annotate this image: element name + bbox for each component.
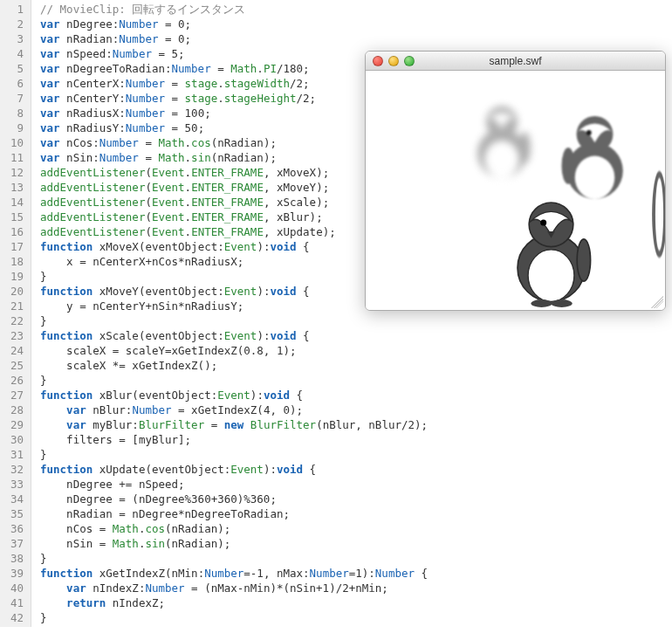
line-number: 19 bbox=[3, 269, 24, 284]
line-number: 42 bbox=[3, 610, 24, 625]
line-number: 2 bbox=[3, 17, 24, 31]
line-number: 37 bbox=[3, 536, 24, 551]
svg-point-10 bbox=[655, 178, 663, 251]
line-number: 12 bbox=[3, 165, 24, 180]
penguin-mid-icon bbox=[553, 106, 636, 206]
line-number: 3 bbox=[3, 31, 24, 46]
code-line[interactable]: return nIndexZ; bbox=[40, 595, 428, 610]
line-number: 40 bbox=[3, 581, 24, 595]
line-number: 36 bbox=[3, 521, 24, 536]
code-line[interactable]: filters = [myBlur]; bbox=[40, 432, 428, 447]
window-controls bbox=[366, 56, 415, 66]
line-number: 29 bbox=[3, 417, 24, 432]
svg-point-14 bbox=[577, 239, 590, 281]
line-number: 31 bbox=[3, 447, 24, 462]
code-line[interactable]: function xBlur(eventObject:Event):void { bbox=[40, 388, 428, 403]
code-line[interactable]: var nRadian:Number = 0; bbox=[40, 31, 428, 46]
line-number: 34 bbox=[3, 492, 24, 506]
line-number: 25 bbox=[3, 358, 24, 373]
line-number: 8 bbox=[3, 106, 24, 120]
code-line[interactable]: } bbox=[40, 551, 428, 566]
code-line[interactable]: var nDegree:Number = 0; bbox=[40, 17, 428, 31]
code-line[interactable]: } bbox=[40, 313, 428, 328]
line-number: 15 bbox=[3, 210, 24, 224]
line-number: 35 bbox=[3, 506, 24, 521]
line-number: 6 bbox=[3, 76, 24, 91]
line-number: 17 bbox=[3, 239, 24, 254]
line-number: 16 bbox=[3, 224, 24, 239]
line-number: 39 bbox=[3, 566, 24, 581]
swf-window[interactable]: sample.swf bbox=[365, 51, 666, 311]
code-line[interactable]: function xScale(eventObject:Event):void … bbox=[40, 328, 428, 343]
code-line[interactable]: var myBlur:BlurFilter = new BlurFilter(n… bbox=[40, 417, 428, 432]
line-number: 13 bbox=[3, 180, 24, 195]
code-line[interactable]: nSin = Math.sin(nRadian); bbox=[40, 536, 428, 551]
line-number: 24 bbox=[3, 343, 24, 358]
code-line[interactable]: } bbox=[40, 447, 428, 462]
code-line[interactable]: nDegree = (nDegree%360+360)%360; bbox=[40, 492, 428, 506]
line-number: 7 bbox=[3, 91, 24, 106]
line-number: 23 bbox=[3, 328, 24, 343]
penguin-back-icon bbox=[466, 97, 538, 184]
code-line[interactable]: scaleX = scaleY=xGetIndexZ(0.8, 1); bbox=[40, 343, 428, 358]
swf-titlebar[interactable]: sample.swf bbox=[366, 52, 665, 71]
svg-point-8 bbox=[586, 130, 592, 135]
swf-stage bbox=[366, 71, 665, 310]
penguin-side-icon bbox=[650, 145, 666, 267]
line-number: 30 bbox=[3, 432, 24, 447]
svg-point-15 bbox=[540, 220, 546, 226]
svg-point-3 bbox=[519, 132, 531, 163]
line-number-gutter: 1234567891011121314151617181920212223242… bbox=[0, 0, 31, 627]
line-number: 32 bbox=[3, 462, 24, 477]
line-number: 21 bbox=[3, 299, 24, 313]
code-line[interactable]: function xGetIndexZ(nMin:Number=-1, nMax… bbox=[40, 566, 428, 581]
resize-grip-icon[interactable] bbox=[651, 296, 663, 308]
svg-point-7 bbox=[562, 148, 575, 184]
code-line[interactable]: var nBlur:Number = xGetIndexZ(4, 0); bbox=[40, 403, 428, 417]
code-line[interactable]: function xUpdate(eventObject:Event):void… bbox=[40, 462, 428, 477]
code-line[interactable]: } bbox=[40, 610, 428, 625]
svg-point-13 bbox=[528, 250, 574, 301]
line-number: 10 bbox=[3, 135, 24, 150]
code-line[interactable]: nDegree += nSpeed; bbox=[40, 477, 428, 492]
svg-point-2 bbox=[484, 141, 518, 178]
line-number: 20 bbox=[3, 284, 24, 299]
svg-point-16 bbox=[531, 299, 552, 307]
line-number: 1 bbox=[3, 2, 24, 17]
code-line[interactable]: scaleX *= xGetIndexZ(); bbox=[40, 358, 428, 373]
zoom-icon[interactable] bbox=[404, 56, 415, 66]
line-number: 18 bbox=[3, 254, 24, 269]
code-line[interactable]: var nIndexZ:Number = (nMax-nMin)*(nSin+1… bbox=[40, 581, 428, 595]
code-line[interactable]: // MovieClip: 回転するインスタンス bbox=[40, 2, 428, 17]
minimize-icon[interactable] bbox=[388, 56, 399, 66]
line-number: 22 bbox=[3, 313, 24, 328]
code-line[interactable]: } bbox=[40, 373, 428, 388]
line-number: 5 bbox=[3, 61, 24, 76]
close-icon[interactable] bbox=[373, 56, 383, 66]
line-number: 11 bbox=[3, 150, 24, 165]
line-number: 33 bbox=[3, 477, 24, 492]
penguin-front-icon bbox=[501, 193, 601, 308]
code-line[interactable]: nCos = Math.cos(nRadian); bbox=[40, 521, 428, 536]
line-number: 4 bbox=[3, 46, 24, 61]
code-line[interactable]: nRadian = nDegree*nDegreeToRadian; bbox=[40, 506, 428, 521]
line-number: 14 bbox=[3, 195, 24, 210]
svg-point-17 bbox=[552, 299, 573, 307]
line-number: 27 bbox=[3, 388, 24, 403]
line-number: 38 bbox=[3, 551, 24, 566]
line-number: 9 bbox=[3, 120, 24, 135]
line-number: 28 bbox=[3, 403, 24, 417]
line-number: 26 bbox=[3, 373, 24, 388]
line-number: 41 bbox=[3, 595, 24, 610]
